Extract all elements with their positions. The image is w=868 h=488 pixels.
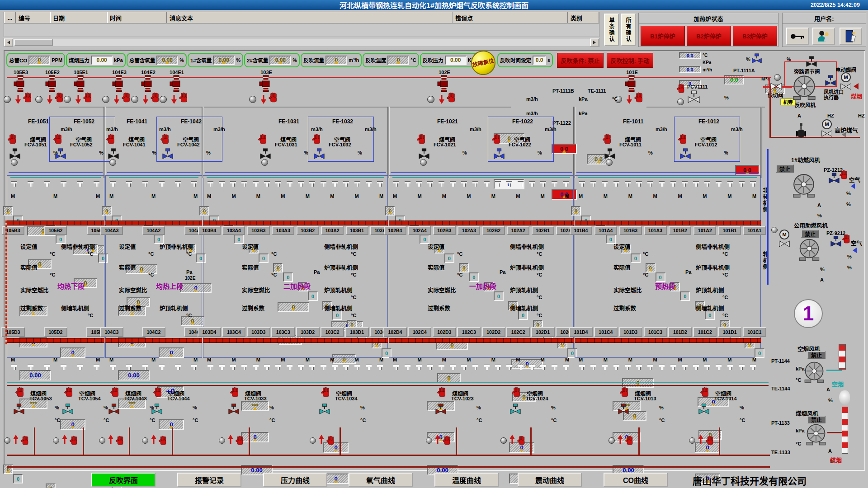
alarm-column-1[interactable]: 日期 [50,12,107,23]
manual-hand-icon[interactable] [230,387,241,399]
tcv-valve-icon[interactable] [62,404,74,417]
manual-hand-icon[interactable] [64,387,75,399]
manual-hand-icon[interactable] [15,387,26,399]
manual-hand-icon[interactable] [153,387,164,399]
manual-hand-icon[interactable] [634,92,645,105]
manual-hand-icon[interactable] [321,387,331,399]
fan2-valve-icon[interactable] [830,236,842,249]
manual-hand-icon[interactable] [83,92,94,105]
tcv-valve-icon[interactable] [108,404,120,417]
scroll-thumb[interactable] [14,39,53,46]
burner-damper-icon [739,365,745,370]
manual-hand-icon[interactable] [7,134,18,146]
manual-hand-icon[interactable] [158,436,168,447]
nav-button-6[interactable]: CO曲线 [604,473,668,487]
scroll-left-icon[interactable] [4,38,13,47]
burner-damper-icon [540,182,546,187]
user-switch-button[interactable] [812,28,835,45]
time-set-value[interactable]: 0.0 [533,56,546,65]
manual-hand-icon[interactable] [491,134,502,146]
tcv-valve-icon[interactable] [13,404,25,417]
manual-hand-icon[interactable] [121,92,132,105]
tcv-pos-unit: % [659,405,664,410]
manual-hand-icon[interactable] [160,134,171,146]
fan1-medium-label: 空气 [849,175,860,184]
tcv-valve-icon[interactable] [435,404,447,417]
tcv-valve-icon[interactable] [151,404,163,417]
tcv-valve-icon[interactable] [698,404,710,417]
indicator-sphere [310,437,316,444]
manual-hand-icon[interactable] [839,170,849,182]
pcv-valve-icon[interactable] [687,90,701,106]
nav-button-5[interactable]: 震动曲线 [518,473,582,487]
fan1-valve-icon[interactable] [828,173,840,186]
manual-hand-icon[interactable] [311,134,322,146]
furnace-stop-button-0[interactable]: B1炉停炉 [641,26,685,46]
blowback-control-button[interactable]: 反吹控制: 手动 [607,53,653,68]
manual-hand-icon[interactable] [442,436,452,447]
alarm-scrollbar[interactable] [4,38,599,47]
manual-hand-icon[interactable] [235,436,245,447]
manual-hand-icon[interactable] [110,387,121,399]
nav-button-4[interactable]: 温度曲线 [434,473,499,487]
login-key-button[interactable] [786,28,809,45]
fan4-pt-unit: kPa [796,428,805,433]
air-pipe [767,149,769,285]
quick-cut-valve-icon[interactable] [770,82,782,92]
alarm-column-2[interactable]: 时间 [107,12,167,23]
manual-hand-icon[interactable] [619,387,630,399]
manual-hand-icon[interactable] [678,134,689,146]
manual-hand-icon[interactable] [258,134,269,146]
furnace-left-edge [5,221,7,344]
manual-hand-icon[interactable] [437,387,448,399]
alarm-column-4[interactable]: 错误点 [453,12,568,23]
manual-hand-icon[interactable] [842,234,852,246]
alarm-column-3[interactable]: 消息文本 [167,12,453,23]
ack-all-button[interactable]: 所有确认 [621,14,636,46]
manual-hand-icon[interactable] [53,134,64,146]
manual-hand-icon[interactable] [705,436,715,447]
manual-hand-icon[interactable] [23,92,33,105]
manual-hand-icon[interactable] [106,134,117,146]
manual-hand-icon[interactable] [511,387,522,399]
manual-hand-icon[interactable] [115,436,125,447]
manual-hand-icon[interactable] [625,436,635,447]
bfg-valve-icon[interactable] [821,130,833,139]
manual-hand-icon[interactable] [69,436,79,447]
furnace-stop-button-1[interactable]: B2炉停炉 [687,26,731,46]
tcv-valve-icon[interactable] [618,404,629,417]
furnace-stop-button-2[interactable]: B3炉停炉 [733,26,777,46]
tcv-valve-icon[interactable] [319,404,330,417]
alarm-column-0[interactable]: 编号 [16,12,50,23]
burner-damper-icon [716,365,722,370]
manual-hand-icon[interactable] [602,134,613,146]
nav-button-3[interactable]: 氧气曲线 [349,473,413,487]
burner-readout-right: 0 [283,272,293,282]
nav-button-0[interactable]: 反吹界面 [91,473,156,487]
fan2-inlet-valve-icon[interactable] [778,240,790,249]
blowback-condition-button[interactable]: 反吹条件: 禁止 [557,53,604,68]
ack-single-button[interactable]: 单条确认 [604,14,619,46]
manual-hand-icon[interactable] [517,436,527,447]
manual-hand-icon[interactable] [700,387,711,399]
e-valve-label: 105E1 [68,70,94,75]
scroll-right-icon[interactable] [590,38,599,47]
fan4-pt-label: PT-1133 [771,420,790,426]
manual-hand-icon[interactable] [179,92,189,105]
nav-button-2[interactable]: 压力曲线 [263,473,327,487]
tcv-valve-icon[interactable] [509,404,521,417]
manual-hand-icon[interactable] [20,436,30,447]
manual-hand-icon[interactable] [446,92,457,105]
manual-hand-icon[interactable] [676,84,686,95]
tcv-valve-icon[interactable] [228,404,240,417]
alarm-menu-button[interactable]: ... [4,12,16,23]
user-label: 用户名: [783,13,866,24]
alarm-column-5[interactable]: 类别 [568,12,599,23]
burner-damper-icon [94,182,99,187]
manual-hand-icon[interactable] [416,134,427,146]
inlet-actuator-icon[interactable] [825,75,836,89]
nav-button-1[interactable]: 报警记录 [177,473,241,487]
logout-door-button[interactable] [840,28,862,45]
manual-hand-icon[interactable] [326,436,336,447]
manual-hand-icon[interactable] [268,92,279,105]
